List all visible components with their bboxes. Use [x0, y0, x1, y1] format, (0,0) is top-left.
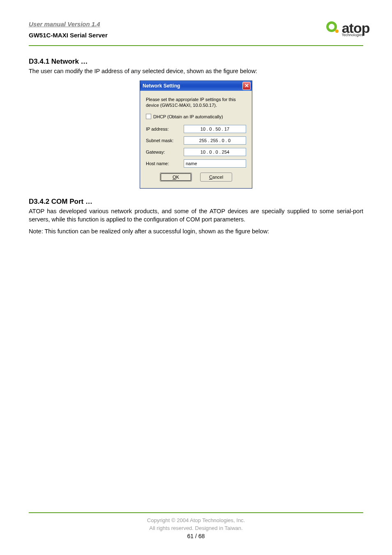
- section-heading-comport: D3.4.2 COM Port …: [29, 198, 363, 206]
- dialog-title: Network Setting: [143, 83, 180, 89]
- hostname-row: Host name:: [146, 159, 246, 168]
- dhcp-checkbox[interactable]: [146, 114, 151, 119]
- ip-label: IP address:: [146, 127, 184, 131]
- gateway-value: 10 . 0 . 0 . 254: [201, 150, 229, 154]
- header: User manual Version 1.4 GW51C-MAXI Seria…: [29, 21, 363, 44]
- close-icon[interactable]: ✕: [242, 82, 251, 90]
- header-left: User manual Version 1.4 GW51C-MAXI Seria…: [29, 21, 325, 44]
- subnet-value: 255 . 255 . 0 . 0: [199, 138, 231, 143]
- header-divider: [29, 45, 363, 46]
- ok-button[interactable]: OK: [160, 173, 192, 182]
- dialog-body: Please set the appropriate IP settings f…: [140, 91, 252, 189]
- section-text-comport-2: Note: This function can be realized only…: [29, 228, 363, 236]
- dialog-intro: Please set the appropriate IP settings f…: [146, 97, 246, 108]
- network-setting-dialog: Network Setting ✕ Please set the appropr…: [140, 81, 252, 189]
- section-text-comport-1: ATOP has developed various network produ…: [29, 207, 363, 223]
- dialog-titlebar[interactable]: Network Setting ✕: [140, 81, 252, 91]
- dialog-buttons: OK Cancel: [146, 173, 246, 182]
- dialog-container: Network Setting ✕ Please set the appropr…: [29, 81, 363, 189]
- page-number: 61 / 68: [0, 533, 392, 539]
- footer-rights: All rights reserved. Designed in Taiwan.: [0, 525, 392, 531]
- ip-address-input[interactable]: 10 . 0 . 50 . 17: [184, 125, 246, 133]
- page-content: User manual Version 1.4 GW51C-MAXI Seria…: [0, 0, 392, 248]
- subnet-label: Subnet mask:: [146, 138, 184, 143]
- dhcp-checkbox-row[interactable]: DHCP (Obtain an IP automatically): [146, 114, 246, 119]
- subnet-mask-input[interactable]: 255 . 255 . 0 . 0: [184, 136, 246, 145]
- hostname-label: Host name:: [146, 161, 184, 166]
- cancel-button[interactable]: Cancel: [200, 173, 232, 182]
- dhcp-label: DHCP (Obtain an IP automatically): [153, 114, 223, 119]
- footer: Copyright © 2004 Atop Technologies, Inc.…: [0, 512, 392, 539]
- gateway-row: Gateway: 10 . 0 . 0 . 254: [146, 148, 246, 156]
- gateway-label: Gateway:: [146, 150, 184, 154]
- footer-divider: [29, 512, 363, 513]
- manual-title: User manual Version 1.4: [29, 21, 325, 28]
- hostname-input[interactable]: [184, 159, 246, 168]
- ip-row: IP address: 10 . 0 . 50 . 17: [146, 125, 246, 133]
- svg-point-0: [327, 23, 336, 31]
- footer-copyright: Copyright © 2004 Atop Technologies, Inc.: [0, 517, 392, 523]
- logo-subtext: Technologies: [341, 33, 363, 37]
- gateway-input[interactable]: 10 . 0 . 0 . 254: [184, 148, 246, 156]
- main-content: D3.4.1 Network … The user can modify the…: [29, 58, 363, 236]
- logo-mark-icon: [325, 20, 341, 36]
- subnet-row: Subnet mask: 255 . 255 . 0 . 0: [146, 136, 246, 145]
- svg-point-1: [335, 30, 339, 33]
- logo: atop Technologies: [325, 19, 363, 37]
- product-title: GW51C-MAXI Serial Server: [29, 32, 325, 39]
- ip-value: 10 . 0 . 50 . 17: [201, 127, 229, 131]
- section-heading-network: D3.4.1 Network …: [29, 58, 363, 66]
- section-text-network: The user can modify the IP address of an…: [29, 67, 363, 76]
